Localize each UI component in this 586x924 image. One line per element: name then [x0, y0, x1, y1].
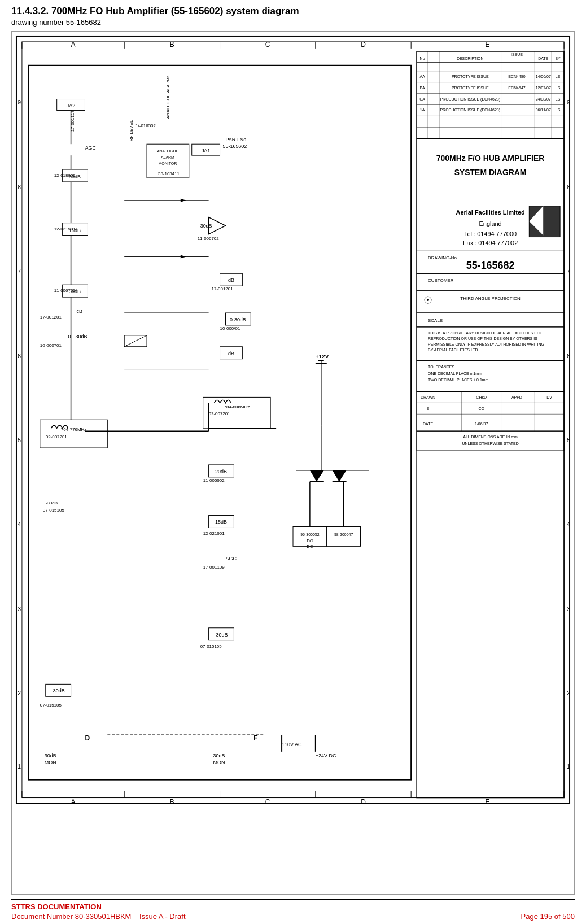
svg-text:TWO DECIMAL PLACES ± 0.1mm: TWO DECIMAL PLACES ± 0.1mm	[428, 378, 489, 382]
svg-text:A: A	[71, 798, 76, 806]
svg-text:15dB: 15dB	[215, 519, 227, 525]
svg-text:THIS IS A PROPRIETARY DESIGN O: THIS IS A PROPRIETARY DESIGN OF AERIAL F…	[428, 331, 543, 335]
svg-text:07-015105: 07-015105	[200, 644, 222, 649]
svg-text:110V AC: 110V AC	[282, 742, 302, 747]
svg-text:98-200047: 98-200047	[334, 533, 353, 537]
svg-text:PERMISSIBLE ONLY IF EXPRESSLY : PERMISSIBLE ONLY IF EXPRESSLY AUTHORISED…	[428, 342, 544, 346]
svg-text:5: 5	[18, 437, 21, 443]
svg-text:8: 8	[18, 184, 21, 190]
svg-text:PART No.: PART No.	[225, 137, 247, 142]
svg-text:24/08/07: 24/08/07	[536, 97, 551, 101]
svg-marker-199	[333, 470, 347, 482]
page-title: 11.4.3.2. 700MHz FO Hub Amplifier (55-16…	[11, 6, 575, 17]
svg-text:AA: AA	[419, 75, 425, 79]
svg-rect-42	[417, 51, 564, 798]
svg-text:1/-016502: 1/-016502	[135, 123, 156, 128]
svg-text:784-806MHz: 784-806MHz	[224, 404, 250, 409]
svg-text:RF LEVEL: RF LEVEL	[129, 120, 134, 141]
svg-text:dB: dB	[228, 277, 234, 283]
svg-text:764-776MHz: 764-776MHz	[61, 427, 87, 432]
diagram-svg: A B C D E A B C D E 9 8 7 6 5 4 3 2	[12, 32, 574, 808]
svg-text:9: 9	[567, 99, 570, 106]
svg-marker-231	[181, 199, 186, 202]
svg-text:3: 3	[567, 605, 570, 612]
svg-text:8: 8	[567, 184, 570, 190]
svg-text:LS: LS	[556, 108, 561, 112]
svg-text:ECN4547: ECN4547	[508, 86, 525, 90]
svg-text:+24V DC: +24V DC	[316, 753, 336, 759]
svg-text:+12V: +12V	[316, 353, 329, 359]
svg-text:BY AERIAL FACILITIES LTD.: BY AERIAL FACILITIES LTD.	[428, 348, 479, 352]
svg-text:14/06/07: 14/06/07	[536, 75, 551, 79]
svg-rect-124	[417, 431, 564, 451]
svg-text:No: No	[420, 56, 425, 60]
svg-line-234	[124, 335, 147, 347]
svg-text:MON: MON	[213, 760, 225, 765]
svg-text:55-165682: 55-165682	[466, 260, 515, 271]
svg-text:C: C	[265, 798, 270, 806]
svg-text:ISSUE: ISSUE	[511, 53, 523, 56]
svg-text:MON: MON	[45, 760, 56, 765]
svg-text:20dB: 20dB	[215, 469, 227, 474]
page-number: Page 195 of 500	[521, 912, 575, 921]
svg-text:F: F	[253, 734, 257, 742]
sttrs-label: STTRS DOCUMENTATION	[11, 903, 186, 911]
svg-text:7: 7	[18, 268, 21, 274]
svg-text:LS: LS	[556, 86, 561, 90]
svg-text:DRAWING-No: DRAWING-No	[428, 255, 457, 260]
svg-text:APPD: APPD	[511, 395, 522, 399]
svg-text:4: 4	[567, 521, 570, 528]
svg-text:PROTOTYPE ISSUE: PROTOTYPE ISSUE	[452, 86, 489, 90]
svg-text:England: England	[479, 220, 502, 227]
svg-text:DC: DC	[307, 544, 313, 549]
svg-text:CUSTOMER: CUSTOMER	[428, 278, 454, 283]
footer-left: STTRS DOCUMENTATION Document Number 80-3…	[11, 903, 186, 921]
page-container: 11.4.3.2. 700MHz FO Hub Amplifier (55-16…	[0, 0, 586, 924]
svg-text:DESCRIPTION: DESCRIPTION	[457, 56, 484, 60]
svg-text:2: 2	[18, 690, 21, 696]
svg-text:BA: BA	[419, 86, 425, 90]
svg-text:6: 6	[567, 352, 570, 359]
svg-text:ALL DIMENSIONS ARE IN mm: ALL DIMENSIONS ARE IN mm	[463, 435, 518, 439]
svg-text:9: 9	[18, 99, 21, 106]
svg-text:SYSTEM DIAGRAM: SYSTEM DIAGRAM	[454, 168, 527, 177]
svg-text:CA: CA	[419, 97, 425, 101]
svg-text:06/11/07: 06/11/07	[536, 108, 551, 112]
svg-text:-30dB: -30dB	[46, 500, 58, 505]
svg-rect-95	[417, 290, 564, 313]
svg-text:REPRODUCTION OR USE OF THIS DE: REPRODUCTION OR USE OF THIS DESIGN BY OT…	[428, 337, 537, 341]
svg-marker-232	[181, 255, 186, 258]
svg-text:ALARM: ALARM	[161, 155, 174, 159]
svg-rect-223	[29, 66, 411, 780]
svg-text:C: C	[265, 41, 270, 49]
svg-text:11-006702: 11-006702	[54, 288, 76, 293]
svg-text:ECN4490: ECN4490	[508, 75, 525, 79]
svg-text:55-165602: 55-165602	[223, 143, 247, 149]
svg-text:10-000/01: 10-000/01	[220, 326, 240, 331]
svg-text:1/06/07: 1/06/07	[475, 422, 488, 426]
svg-text:11-006702: 11-006702	[198, 236, 220, 241]
svg-text:4: 4	[18, 521, 21, 528]
svg-text:-30dB: -30dB	[215, 632, 228, 638]
svg-text:SCALE: SCALE	[428, 318, 443, 323]
svg-text:700MHz F/O HUB AMPLIFIER: 700MHz F/O HUB AMPLIFIER	[436, 154, 545, 163]
svg-text:E: E	[486, 798, 490, 806]
svg-text:DRAWN: DRAWN	[421, 395, 435, 399]
svg-text:12-021901: 12-021901	[54, 226, 76, 232]
footer-area: STTRS DOCUMENTATION Document Number 80-3…	[11, 899, 575, 924]
svg-text:D: D	[361, 41, 366, 49]
svg-text:S: S	[427, 407, 430, 411]
svg-text:PROTOTYPE ISSUE: PROTOTYPE ISSUE	[452, 75, 489, 79]
svg-text:JA1: JA1	[202, 148, 210, 154]
svg-text:D: D	[85, 734, 90, 742]
svg-text:7: 7	[567, 268, 570, 274]
svg-text:B: B	[170, 798, 174, 806]
svg-text:0-30dB: 0-30dB	[230, 317, 246, 322]
svg-text:11-005902: 11-005902	[203, 478, 225, 483]
svg-text:12-021901: 12-021901	[203, 531, 225, 536]
svg-text:30dB: 30dB	[200, 223, 212, 229]
svg-text:10-000701: 10-000701	[40, 343, 62, 348]
svg-text:DV: DV	[546, 395, 552, 399]
svg-text:DATE: DATE	[538, 56, 548, 60]
svg-text:96-300052: 96-300052	[300, 533, 319, 537]
